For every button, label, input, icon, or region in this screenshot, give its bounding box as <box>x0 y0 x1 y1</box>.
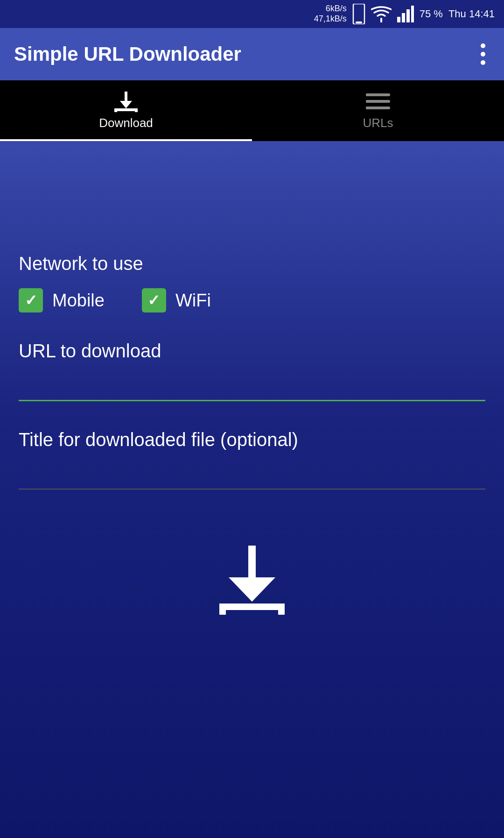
svg-rect-21 <box>278 604 285 615</box>
download-button[interactable] <box>215 546 289 620</box>
title-field-label: Title for downloaded file (optional) <box>19 429 485 450</box>
svg-rect-14 <box>366 93 370 96</box>
signal-icon <box>397 6 414 22</box>
content-area: Network to use ✓ Mobile ✓ WiFi URL to do… <box>0 141 504 838</box>
svg-marker-10 <box>120 101 132 108</box>
status-bar: 6kB/s 47,1kB/s 75 % Thu 14:41 <box>0 0 504 28</box>
wifi-checkbox[interactable]: ✓ <box>142 288 166 312</box>
mobile-checkbox[interactable]: ✓ <box>19 288 43 312</box>
dot2 <box>481 52 485 57</box>
phone-icon <box>352 4 365 24</box>
network-speed: 6kB/s 47,1kB/s <box>314 4 347 24</box>
download-button-icon <box>215 546 289 620</box>
svg-rect-2 <box>397 17 400 22</box>
url-section: URL to download <box>19 341 485 425</box>
svg-rect-0 <box>353 4 364 24</box>
svg-rect-8 <box>135 108 138 112</box>
svg-rect-15 <box>366 100 370 103</box>
network-options: ✓ Mobile ✓ WiFi <box>19 288 485 312</box>
download-tab-icon <box>114 92 138 112</box>
app-bar: Simple URL Downloader <box>0 28 504 80</box>
tab-urls[interactable]: URLs <box>252 80 504 141</box>
urls-tab-icon <box>366 92 390 112</box>
tab-urls-label: URLs <box>363 116 393 130</box>
svg-rect-16 <box>366 107 370 109</box>
tab-download[interactable]: Download <box>0 80 252 141</box>
svg-rect-5 <box>411 6 414 22</box>
dot1 <box>481 43 485 48</box>
dot3 <box>481 60 485 65</box>
tab-bar: Download URLs <box>0 80 504 141</box>
mobile-label: Mobile <box>52 291 105 311</box>
svg-rect-19 <box>219 604 285 610</box>
svg-rect-6 <box>114 108 138 111</box>
battery-text: 75 % <box>420 8 443 20</box>
svg-rect-7 <box>114 108 117 112</box>
wifi-icon <box>371 6 392 22</box>
network-section-label: Network to use <box>19 253 485 274</box>
svg-rect-3 <box>402 13 405 22</box>
download-button-area <box>19 546 485 620</box>
svg-marker-18 <box>229 577 275 602</box>
title-section: Title for downloaded file (optional) <box>19 429 485 518</box>
time-display: Thu 14:41 <box>448 8 495 20</box>
svg-rect-1 <box>356 21 362 23</box>
wifi-label: WiFi <box>175 291 211 311</box>
url-input[interactable] <box>19 371 485 401</box>
svg-rect-4 <box>406 9 410 22</box>
url-field-label: URL to download <box>19 341 485 362</box>
mobile-option[interactable]: ✓ Mobile <box>19 288 105 312</box>
wifi-checkmark: ✓ <box>147 291 160 309</box>
svg-rect-20 <box>219 604 226 615</box>
title-input[interactable] <box>19 460 485 490</box>
wifi-option[interactable]: ✓ WiFi <box>142 288 211 312</box>
mobile-checkmark: ✓ <box>25 291 37 309</box>
app-title: Simple URL Downloader <box>14 43 241 65</box>
more-options-button[interactable] <box>476 39 490 70</box>
tab-download-label: Download <box>99 116 153 130</box>
